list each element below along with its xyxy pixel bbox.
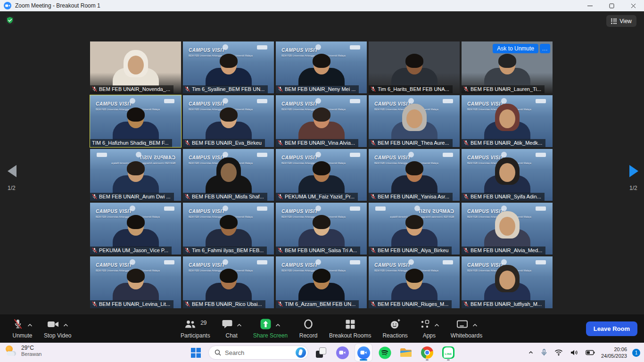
previous-page-nav: 1/2 [8,165,17,191]
search-input[interactable]: Search [208,346,308,360]
tray-battery-icon[interactable] [585,349,596,356]
participant-tile[interactable]: CAMPUS VISITBEM FEB Universitas Airlangg… [276,41,367,93]
participant-name: Tim 6_Syalline_BEM FEB UN... [192,86,264,92]
participant-tile[interactable]: CAMPUS VISITBEM FEB Universitas Airlangg… [369,149,460,201]
participant-tile[interactable]: CAMPUS VISITBEM FEB Universitas Airlangg… [183,256,274,308]
chevron-up-icon[interactable] [63,323,68,327]
participant-tile[interactable]: CAMPUS VISITBEM FEB Universitas Airlangg… [90,95,181,147]
reactions-button[interactable]: Reactions [377,317,413,340]
whiteboard-icon [456,319,469,332]
muted-mic-icon [92,301,97,307]
participant-tile[interactable]: CAMPUS VISITBEM FEB Universitas Airlangg… [90,149,181,201]
chevron-up-icon[interactable] [27,323,33,327]
participant-name: BEM FEB UNAIR_Lauren_Ti... [471,86,541,92]
chat-icon [222,319,233,331]
chrome-taskbar-icon[interactable] [419,344,436,361]
whiteboards-button[interactable]: Whiteboards [445,317,488,340]
tray-wifi-icon[interactable] [553,348,564,357]
participant-tile[interactable]: BEM FEB UNAIR_Lauren_Ti...Ask to Unmute.… [462,41,553,93]
participant-name-tag: BEM FEB UNAIR_Thea Aure... [369,139,453,147]
participant-tile[interactable]: CAMPUS VISITBEM FEB Universitas Airlangg… [276,256,367,308]
participant-tile[interactable]: CAMPUS VISITBEM FEB Universitas Airlangg… [369,256,460,308]
participant-tile[interactable]: CAMPUS VISITBEM FEB Universitas Airlangg… [183,41,274,93]
video-chat-taskbar-icon[interactable] [334,344,351,361]
muted-mic-icon [371,247,376,253]
search-icon [215,349,221,356]
stop-video-button[interactable]: Stop Video [38,317,77,340]
participant-tile[interactable]: BEM FEB UNAIR_Novenda_... [90,41,181,93]
view-button[interactable]: View [606,15,636,27]
participant-name-tag: BEM FEB UNAIR_lutfiyah_M... [462,300,545,308]
unmute-button[interactable]: Unmute [7,317,38,340]
running-indicator [426,359,429,361]
participant-tile[interactable]: CAMPUS VISITBEM FEB Universitas Airlangg… [276,149,367,201]
spotify-taskbar-icon[interactable] [376,344,393,361]
participant-name: BEM FEB UNAIR_Syifa Adin... [471,194,541,199]
leave-room-button[interactable]: Leave Room [586,321,637,336]
ask-to-unmute-button[interactable]: Ask to Unmute [493,44,538,53]
participant-tile[interactable]: CAMPUS VISITBEM FEB Universitas Airlangg… [462,256,553,308]
zoom-app-icon [4,2,11,9]
tray-chevron-up-icon[interactable] [527,349,535,356]
tray-date: 24/05/2023 [601,353,627,359]
notification-badge[interactable]: 1 [632,349,640,357]
muted-mic-icon [185,140,190,146]
participant-tile[interactable]: CAMPUS VISITBEM FEB Universitas Airlangg… [90,203,181,255]
chevron-up-icon[interactable] [434,323,439,327]
page-indicator-right: 1/2 [629,185,638,191]
tray-volume-icon[interactable] [569,348,579,357]
breakout-rooms-button[interactable]: Breakout Rooms [323,317,377,340]
chat-button[interactable]: Chat [216,317,248,340]
file-explorer-taskbar-icon[interactable] [397,344,414,361]
participant-tile[interactable]: CAMPUS VISITBEM FEB Universitas Airlangg… [183,203,274,255]
minimize-button[interactable] [579,0,601,11]
participants-label: Participants [181,332,210,339]
weather-temp: 29°C [21,345,41,351]
chevron-up-icon[interactable] [472,323,478,327]
apps-button[interactable]: Apps [413,317,445,340]
participant-tile[interactable]: CAMPUS VISITBEM FEB Universitas Airlangg… [462,149,553,201]
participant-name-tag: BEM FEB UNAIR_Syifa Adin... [462,193,545,201]
maximize-button[interactable] [601,0,622,11]
chevron-up-icon[interactable] [275,323,281,327]
participant-tile[interactable]: CAMPUS VISITBEM FEB Universitas Airlangg… [369,95,460,147]
participant-name: Tim 6_Fahmi ilyas_BEM FEB... [192,247,264,253]
participant-name: BEM FEB UNAIR_Atik_Medk... [471,140,542,146]
start-button[interactable] [187,344,204,361]
participant-tile[interactable]: CAMPUS VISITBEM FEB Universitas Airlangg… [462,95,553,147]
previous-page-arrow-icon[interactable] [8,165,17,177]
record-icon [303,318,314,332]
participant-tile[interactable]: CAMPUS VISITBEM FEB Universitas Airlangg… [183,149,274,201]
weather-widget[interactable]: 29°C Berawan [5,345,41,357]
participant-tile[interactable]: CAMPUS VISITBEM FEB Universitas Airlangg… [276,95,367,147]
weather-condition: Berawan [21,351,41,357]
clock-widget[interactable]: 20:06 24/05/2023 [601,346,627,360]
security-shield-icon[interactable] [6,16,14,26]
participant-tile[interactable]: CAMPUS VISITBEM FEB Universitas Airlangg… [462,203,553,255]
bing-icon[interactable] [296,347,306,358]
participant-tile[interactable]: CAMPUS VISITBEM FEB Universitas Airlangg… [183,95,274,147]
muted-mic-icon [185,194,190,199]
zoom-taskbar-icon[interactable] [355,344,372,361]
chevron-up-icon[interactable] [237,323,242,327]
participants-button[interactable]: 29Participants [175,317,216,340]
task-view-taskbar-icon[interactable] [313,344,330,361]
participant-tile[interactable]: CAMPUS VISITBEM FEB Universitas Airlangg… [90,256,181,308]
close-icon [631,3,636,8]
record-button[interactable]: Record [293,317,323,340]
participant-tile[interactable]: CAMPUS VISITBEM FEB Universitas Airlangg… [276,203,367,255]
participant-name-tag: BEM FEB UNAIR_Arum Dwi ... [90,193,174,201]
participant-tile[interactable]: Tim 6_Harits_BEM FEB UNA... [369,41,460,93]
windows-taskbar: 29°C Berawan Search LINE 20: [0,343,644,362]
tray-microphone-icon[interactable] [540,348,548,357]
page-indicator-left: 1/2 [8,185,17,191]
tile-more-options-button[interactable]: ... [540,44,550,53]
participant-name-tag: Tim 6_Fahmi ilyas_BEM FEB... [183,247,267,255]
participant-name-tag: BEM FEB UNAIR_Levina_Lit... [90,300,173,308]
line-taskbar-icon[interactable]: LINE [440,344,457,361]
share-screen-button[interactable]: Share Screen [248,317,293,340]
participant-tile[interactable]: CAMPUS VISITBEM FEB Universitas Airlangg… [369,203,460,255]
close-button[interactable] [622,0,644,11]
whiteboards-label: Whiteboards [451,332,482,339]
next-page-arrow-icon[interactable] [629,165,638,177]
